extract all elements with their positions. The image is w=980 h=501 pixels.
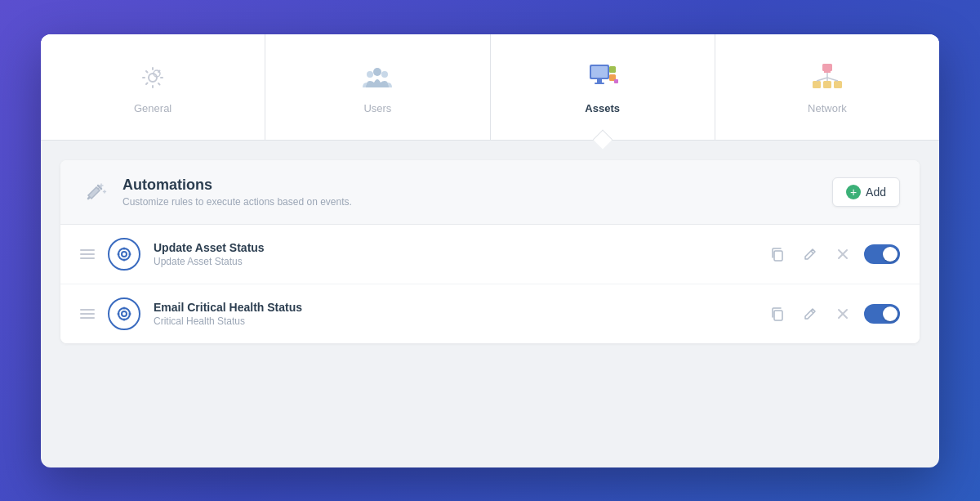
tab-network[interactable]: Network bbox=[715, 34, 939, 140]
svg-point-2 bbox=[373, 68, 381, 76]
add-button[interactable]: + Add bbox=[832, 177, 900, 207]
svg-rect-12 bbox=[822, 64, 832, 71]
svg-rect-8 bbox=[595, 83, 604, 84]
toggle-switch[interactable] bbox=[864, 244, 900, 264]
automation-info: Email Critical Health Status Critical He… bbox=[154, 301, 753, 327]
network-icon bbox=[809, 60, 845, 96]
table-row: Update Asset Status Update Asset Status bbox=[60, 225, 920, 284]
automations-header: Automations Customize rules to execute a… bbox=[60, 160, 920, 225]
svg-point-30 bbox=[118, 253, 120, 255]
general-icon bbox=[135, 60, 171, 96]
copy-icon[interactable] bbox=[766, 243, 789, 266]
svg-point-38 bbox=[123, 306, 126, 309]
delete-icon[interactable] bbox=[831, 243, 854, 266]
automation-desc: Update Asset Status bbox=[154, 256, 753, 267]
svg-rect-42 bbox=[774, 311, 782, 320]
magic-wand-icon bbox=[80, 177, 109, 207]
automation-name: Update Asset Status bbox=[154, 241, 753, 254]
svg-point-39 bbox=[123, 318, 126, 320]
svg-rect-11 bbox=[614, 79, 618, 83]
edit-icon[interactable] bbox=[799, 243, 822, 266]
copy-icon[interactable] bbox=[766, 302, 789, 325]
add-icon: + bbox=[846, 185, 861, 199]
automation-info: Update Asset Status Update Asset Status bbox=[154, 241, 753, 267]
tab-assets-label: Assets bbox=[585, 102, 620, 114]
automations-text: Automations Customize rules to execute a… bbox=[122, 177, 352, 208]
svg-rect-14 bbox=[813, 81, 821, 88]
svg-point-0 bbox=[149, 74, 157, 82]
svg-point-27 bbox=[122, 252, 127, 257]
automation-list: Update Asset Status Update Asset Status bbox=[60, 225, 920, 343]
automations-subtitle: Customize rules to execute actions based… bbox=[122, 196, 352, 208]
tab-users[interactable]: Users bbox=[265, 34, 490, 140]
edit-icon[interactable] bbox=[799, 302, 822, 325]
svg-point-28 bbox=[123, 247, 126, 249]
svg-line-18 bbox=[817, 78, 827, 81]
tab-assets[interactable]: Assets bbox=[491, 34, 715, 140]
svg-point-37 bbox=[122, 311, 127, 316]
automation-name: Email Critical Health Status bbox=[154, 301, 753, 314]
svg-point-4 bbox=[381, 71, 388, 78]
svg-point-36 bbox=[118, 308, 130, 320]
row-actions bbox=[766, 302, 900, 325]
svg-line-33 bbox=[811, 251, 813, 253]
svg-point-29 bbox=[123, 258, 126, 261]
main-content: Automations Customize rules to execute a… bbox=[41, 141, 939, 363]
svg-line-43 bbox=[811, 311, 813, 313]
automations-header-left: Automations Customize rules to execute a… bbox=[80, 177, 352, 208]
tab-users-label: Users bbox=[363, 102, 391, 114]
tab-general-label: General bbox=[134, 102, 172, 114]
automations-title: Automations bbox=[122, 177, 352, 194]
svg-point-41 bbox=[129, 312, 131, 315]
main-window: General Users bbox=[41, 34, 939, 467]
assets-icon bbox=[585, 60, 621, 96]
svg-rect-13 bbox=[824, 71, 831, 73]
svg-rect-16 bbox=[834, 81, 842, 88]
tab-network-label: Network bbox=[808, 102, 847, 114]
toggle-switch[interactable] bbox=[864, 304, 900, 324]
svg-rect-6 bbox=[591, 66, 608, 78]
tab-general[interactable]: General bbox=[41, 34, 265, 140]
svg-rect-10 bbox=[609, 66, 616, 73]
drag-handle[interactable] bbox=[80, 309, 95, 319]
svg-point-40 bbox=[118, 312, 120, 315]
add-button-label: Add bbox=[866, 186, 886, 199]
drag-handle[interactable] bbox=[80, 249, 95, 259]
automation-icon bbox=[108, 297, 140, 330]
users-icon bbox=[359, 60, 395, 96]
table-row: Email Critical Health Status Critical He… bbox=[60, 284, 920, 343]
svg-line-19 bbox=[827, 78, 838, 81]
automation-icon bbox=[108, 238, 140, 271]
svg-rect-32 bbox=[774, 251, 782, 261]
automations-card: Automations Customize rules to execute a… bbox=[60, 160, 920, 343]
svg-rect-15 bbox=[823, 81, 831, 88]
svg-point-26 bbox=[118, 248, 130, 260]
delete-icon[interactable] bbox=[831, 302, 854, 325]
svg-point-3 bbox=[367, 71, 373, 78]
row-actions bbox=[766, 243, 900, 266]
automation-desc: Critical Health Status bbox=[154, 315, 753, 327]
tab-bar: General Users bbox=[41, 34, 939, 141]
svg-point-31 bbox=[129, 253, 131, 255]
